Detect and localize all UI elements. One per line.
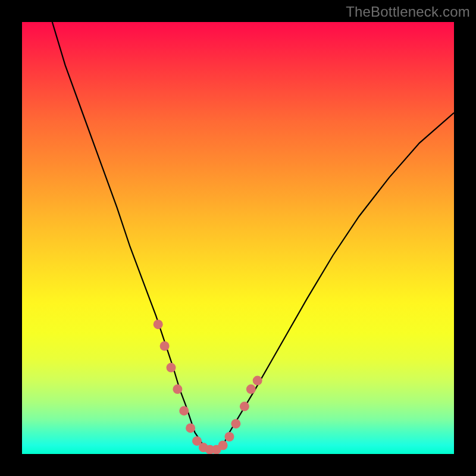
watermark-text: TheBottleneck.com	[346, 4, 470, 20]
marker-dot	[186, 423, 195, 433]
marker-dot	[253, 376, 262, 386]
marker-dot	[179, 406, 189, 415]
markers	[154, 320, 262, 454]
bottleneck-plot	[22, 22, 454, 454]
marker-dot	[240, 402, 249, 411]
marker-dot	[160, 342, 170, 351]
marker-dot	[154, 320, 163, 329]
marker-dot	[225, 432, 234, 441]
marker-dot	[218, 441, 228, 450]
marker-dot	[231, 419, 240, 428]
chart-frame: TheBottleneck.com	[0, 0, 476, 476]
marker-dot	[173, 384, 182, 394]
marker-dot	[167, 363, 176, 372]
marker-dot	[246, 384, 256, 394]
plot-area	[22, 22, 454, 454]
